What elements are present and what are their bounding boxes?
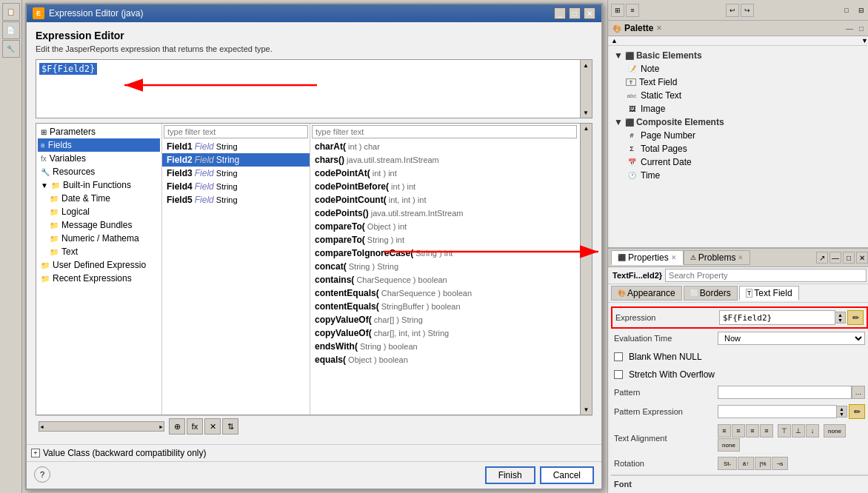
method-compareto-str[interactable]: compareTo( String ) int xyxy=(310,233,580,246)
method-concat[interactable]: concat( String ) String xyxy=(310,260,580,273)
props-close-btn[interactable]: ✕ xyxy=(856,252,868,264)
tree-item-messages[interactable]: 📁 Message Bundles xyxy=(38,218,160,232)
method-codepoints[interactable]: codePoints() java.util.stream.IntStream xyxy=(310,207,580,220)
palette-item-currentdate[interactable]: 📅 Current Date xyxy=(611,155,868,169)
subtab-textfield[interactable]: T Text Field xyxy=(739,286,799,301)
tree-item-recent[interactable]: 📁 Recent Expressions xyxy=(38,272,160,285)
blank-null-checkbox[interactable] xyxy=(614,352,623,361)
redo-btn[interactable]: ↪ xyxy=(741,4,754,17)
methods-scroll-up[interactable]: ▲ xyxy=(581,124,592,132)
view-btn1[interactable]: □ xyxy=(840,4,853,17)
tree-item-logical[interactable]: 📁 Logical xyxy=(38,205,160,218)
palette-item-image[interactable]: 🖼 Image xyxy=(611,102,868,115)
align-right-btn[interactable]: ≡ xyxy=(746,424,759,437)
method-charat[interactable]: charAt( int ) char xyxy=(310,140,580,153)
rotation-left-btn[interactable]: ā↑ xyxy=(738,457,754,470)
minimize-button[interactable]: _ xyxy=(554,7,566,19)
method-contains[interactable]: contains( CharSequence ) boolean xyxy=(310,273,580,286)
pattern-browse-btn[interactable]: … xyxy=(852,386,865,399)
expr-edit-btn[interactable]: ✏ xyxy=(847,310,864,325)
palette-item-totalpages[interactable]: Σ Total Pages xyxy=(611,142,868,155)
tree-item-text[interactable]: 📁 Text xyxy=(38,245,160,258)
palette-group-composite[interactable]: ▼ ⬛ Composite Elements xyxy=(611,115,868,129)
palette-scroll-up[interactable]: ▲ xyxy=(611,37,618,44)
align-justify-btn[interactable]: ≡ xyxy=(760,424,773,437)
method-contentequals-sb[interactable]: contentEquals( StringBuffer ) boolean xyxy=(310,300,580,313)
undo-btn[interactable]: ↩ xyxy=(726,4,739,17)
rotation-right-btn[interactable]: |% xyxy=(755,457,771,470)
close-button[interactable]: ✕ xyxy=(584,7,595,19)
h-scroll-right[interactable]: ► xyxy=(158,424,164,429)
method-endswith[interactable]: endsWith( String ) boolean xyxy=(310,340,580,353)
method-copyvalueof-arr3[interactable]: copyValueOf( char[], int, int ) String xyxy=(310,326,580,340)
tree-item-datetime[interactable]: 📁 Date & Time xyxy=(38,192,160,205)
eval-time-select[interactable]: Now xyxy=(718,332,865,345)
method-equals[interactable]: equals( Object ) boolean xyxy=(310,353,580,366)
expression-value[interactable]: $F{Field2} xyxy=(39,63,97,75)
method-codepointcount[interactable]: codePointCount( int, int ) int xyxy=(310,193,580,207)
align-center-btn[interactable]: ≡ xyxy=(732,424,745,437)
pexpr-edit-btn[interactable]: ✏ xyxy=(849,404,865,419)
props-action-btn1[interactable]: ↗ xyxy=(816,252,828,264)
rotation-none-btn[interactable]: St- xyxy=(718,457,737,470)
palette-maximize-btn[interactable]: □ xyxy=(856,23,867,33)
method-codepointat[interactable]: codePointAt( int ) int xyxy=(310,167,580,180)
tree-item-userdefined[interactable]: 📁 User Defined Expressio xyxy=(38,258,160,272)
tree-item-variables[interactable]: fx Variables xyxy=(38,152,160,165)
rotation-upsidedown-btn[interactable]: ¬s xyxy=(772,457,788,470)
expr-spin-up[interactable]: ▲ xyxy=(835,312,845,318)
method-comparetoignorecase[interactable]: compareToIgnoreCase( String ) int xyxy=(310,246,580,260)
stretch-checkbox[interactable] xyxy=(614,370,623,379)
search-property-input[interactable] xyxy=(665,269,867,282)
maximize-button[interactable]: □ xyxy=(569,7,581,19)
cancel-button[interactable]: Cancel xyxy=(540,466,594,484)
palette-collapse-btn[interactable]: — xyxy=(844,23,855,33)
problems-tab[interactable]: ⚠ Problems ✕ xyxy=(684,250,751,265)
method-copyvalueof-arr[interactable]: copyValueOf( char[] ) String xyxy=(310,313,580,326)
align-none2-btn[interactable]: none xyxy=(718,438,740,452)
expression-input[interactable] xyxy=(719,310,835,325)
props-maximize-btn[interactable]: □ xyxy=(843,252,855,264)
help-button[interactable]: ? xyxy=(34,466,50,483)
tree-item-parameters[interactable]: ⊞ Parameters xyxy=(38,125,160,138)
methods-scroll-down[interactable]: ▼ xyxy=(581,406,592,415)
pexpr-spin-down[interactable]: ▼ xyxy=(837,412,847,417)
pexpr-spin-up[interactable]: ▲ xyxy=(837,406,847,412)
pattern-expr-input[interactable] xyxy=(718,405,837,418)
value-class-expand[interactable]: + xyxy=(31,449,40,457)
insert-btn[interactable]: ⊕ xyxy=(169,418,185,435)
view-btn2[interactable]: ⊟ xyxy=(855,4,868,17)
mid-filter-input[interactable] xyxy=(164,125,308,138)
palette-group-basic[interactable]: ▼ ⬛ Basic Elements xyxy=(611,49,868,62)
method-compareto-obj[interactable]: compareTo( Object ) int xyxy=(310,220,580,233)
palette-scroll-down[interactable]: ▼ xyxy=(861,37,868,44)
palette-item-statictext[interactable]: abc Static Text xyxy=(611,89,868,102)
toolbar-icon-1[interactable]: 📋 xyxy=(2,3,20,21)
scroll-up-arrow[interactable]: ▲ xyxy=(581,60,591,70)
field-item-3[interactable]: Field3 Field String xyxy=(162,167,310,180)
function-btn[interactable]: fx xyxy=(187,418,203,435)
subtab-borders[interactable]: ⬜ Borders xyxy=(684,286,738,301)
toolbar-icon-2[interactable]: 📄 xyxy=(2,21,20,39)
tree-item-numeric[interactable]: 📁 Numeric / Mathema xyxy=(38,232,160,245)
properties-tab[interactable]: ⬛ Properties ✕ xyxy=(611,250,684,265)
align-left-btn[interactable]: ≡ xyxy=(718,424,731,437)
align-top-btn[interactable]: ⊤ xyxy=(778,424,791,437)
method-contentequals-cs[interactable]: contentEquals( CharSequence ) boolean xyxy=(310,286,580,300)
field-item-1[interactable]: Field1 Field String xyxy=(162,140,310,153)
align-bottom-btn[interactable]: ↓ xyxy=(806,424,819,437)
tree-item-resources[interactable]: 🔧 Resources xyxy=(38,165,160,178)
right-toolbar-btn2[interactable]: ≡ xyxy=(626,4,639,17)
align-middle-btn[interactable]: ⊥ xyxy=(792,424,805,437)
field-item-4[interactable]: Field4 Field String xyxy=(162,180,310,193)
expression-editor-area[interactable]: $F{Field2} ▲ ▼ xyxy=(36,59,592,118)
tree-item-fields[interactable]: ≡ Fields xyxy=(38,138,160,152)
toolbar-icon-3[interactable]: 🔧 xyxy=(2,40,20,58)
move-btn[interactable]: ⇅ xyxy=(222,418,238,435)
pattern-input[interactable] xyxy=(718,386,852,399)
field-item-2[interactable]: Field2 Field String xyxy=(162,153,310,167)
finish-button[interactable]: Finish xyxy=(485,466,535,484)
method-chars[interactable]: chars() java.util.stream.IntStream xyxy=(310,153,580,167)
palette-item-time[interactable]: 🕐 Time xyxy=(611,169,868,182)
palette-item-note[interactable]: 📝 Note xyxy=(611,62,868,76)
